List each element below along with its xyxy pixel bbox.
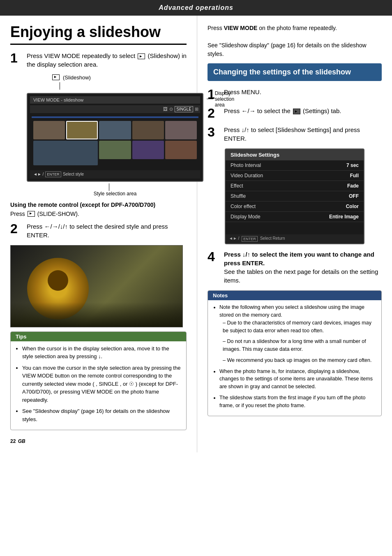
icon-circle: ⊙ [169,107,173,112]
remote-slideshow-icon [28,211,35,217]
settings-bottom-text: Select Return [260,236,285,242]
step-1: 1 Press VIEW MODE repeatedly to select (… [10,51,187,69]
remote-text-area: Press (SLIDE-SHOW). [10,211,187,217]
value-effect: Fade [347,183,359,189]
note-1c: We recommend you back up images on the m… [223,357,376,364]
display-selection-label: Display selection area [207,90,240,108]
note-2: When the photo frame is, for instance, d… [219,368,376,391]
thumb-3 [99,121,131,139]
remote-press-text: Press [10,211,25,217]
settings-row-photo-interval: Photo Interval 7 sec [226,160,364,171]
tips-content: When the cursor is in the display select… [11,341,186,430]
page-number: 22 GB [10,438,187,444]
settings-icon [293,109,300,114]
note-1a: Due to the characteristics of memory car… [223,319,376,335]
right-step-2-text: Press ←/→ to select the (Settings) tab. [224,107,382,115]
notes-box: Notes Note the following when you select… [208,290,382,416]
remote-heading: Using the remote control (except for DPF… [10,202,187,208]
icon-grid: ⊞ [195,107,198,112]
right-step-3-number: 3 [208,125,219,139]
view-mode-text: Press VIEW MODE on the photo frame repea… [208,24,382,58]
step-4-sub: See the tables on the next page for deta… [224,268,378,284]
notes-list: Note the following when you select a sli… [219,303,376,409]
settings-bottom-bar: ◄► / ENTER Select Return [226,234,364,243]
note-3: The slideshow starts from the first imag… [219,394,376,410]
thumb-5 [165,121,197,139]
single-label: SINGLE [175,106,193,112]
tips-list: When the cursor is in the display select… [22,345,181,424]
slideshow-icon [52,74,60,80]
screen-bottom-bar: ◄► / ENTER Select style [30,170,200,178]
notes-content: Note the following when you select a sli… [208,300,381,416]
view-mode-label: VIEW MODE [224,25,258,31]
thumb-2 [66,121,98,139]
note-1: Note the following when you select a sli… [219,303,376,364]
right-step-4-number: 4 [208,250,219,263]
step-2: 2 Press ←/→/↓/↑ to select the desired st… [10,222,187,239]
left-column: Enjoying a slideshow 1 Press VIEW MODE r… [0,16,197,452]
tip-2: You can move the cursor in the style sel… [22,364,181,404]
tip-3: See "Slideshow display" (page 16) for de… [22,407,181,423]
right-step-2: 2 Press ←/→ to select the (Settings) tab… [208,107,382,120]
thumb-8 [132,141,164,159]
style-selection-label: Style selection area [27,191,203,197]
value-display-mode: Entire Image [329,214,359,220]
right-step-4: 4 Press ↓/↑ to select the item you want … [208,250,382,285]
right-step-3: 3 Press ↓/↑ to select [Slideshow Setting… [208,125,382,143]
label-display-mode: Display Mode [231,214,261,220]
thumb-1 [33,121,65,139]
settings-nav-arrows: ◄► / [229,236,239,242]
screen-thumbnails [32,119,198,167]
right-step-4-text: Press ↓/↑ to select the item you want to… [224,250,382,285]
label-photo-interval: Photo Interval [231,162,261,168]
label-video-duration: Video Duration [231,173,263,178]
slideshow-icon-label-area: (Slideshow) [51,74,187,81]
settings-title: Slideshow Settings [226,149,364,160]
screen-top-text: VIEW MODE - slideshow [33,97,83,102]
tips-header: Tips [11,332,186,341]
thumb-4 [132,121,164,139]
step-2-text: Press ←/→/↓/↑ to select the desired styl… [27,222,187,239]
label-color-effect: Color effect [231,204,256,209]
value-video-duration: Full [350,173,359,178]
header-title: Advanced operations [159,4,233,11]
note-1b: Do not run a slideshow for a long time w… [223,338,376,353]
screen-top-bar: VIEW MODE - slideshow [30,96,200,104]
icon-photos: 🖼 [163,107,168,111]
settings-row-video-duration: Video Duration Full [226,171,364,181]
thumb-9 [165,141,197,159]
diagram-area: (Slideshow) VIEW MODE - slideshow 🖼 ⊙ SI… [27,74,187,197]
page-title: Enjoying a slideshow [10,24,187,45]
settings-row-effect: Effect Fade [226,181,364,191]
label-shuffle: Shuffle [231,193,246,199]
tips-box: Tips When the cursor is in the display s… [10,331,187,431]
photo-vignette [11,302,182,327]
right-column: Press VIEW MODE on the photo frame repea… [197,16,392,452]
value-color-effect: Color [346,204,359,209]
enter-button-label: ENTER [45,171,61,177]
slideshow-inline-icon [138,53,145,59]
right-step-1-text: Press MENU. [224,88,382,96]
thumb-7 [99,141,131,159]
header-bar: Advanced operations [0,0,392,16]
step-2-number: 2 [10,222,22,235]
bottom-arrows: ◄► / [33,172,44,176]
screen-mockup: VIEW MODE - slideshow 🖼 ⊙ SINGLE ⊞ [27,93,203,182]
value-photo-interval: 7 sec [346,162,359,168]
tip-1: When the cursor is in the display select… [22,345,181,361]
note-1-sublist: Due to the characteristics of memory car… [223,319,376,364]
enter-label: ENTER [242,236,258,242]
value-shuffle: OFF [349,193,359,199]
right-step-3-text: Press ↓/↑ to select [Slideshow Settings]… [224,125,382,143]
notes-header: Notes [208,291,381,300]
thumb-6 [33,141,98,165]
settings-row-shuffle: Shuffle OFF [226,191,364,202]
step-1-number: 1 [10,51,22,65]
right-step-2-number: 2 [208,107,219,120]
settings-screen: Slideshow Settings Photo Interval 7 sec … [225,148,364,244]
section-heading: Changing the settings of the slideshow [208,63,382,81]
settings-row-color-effect: Color effect Color [226,202,364,212]
label-effect: Effect [231,183,243,189]
screen-highlight-bar [32,116,198,118]
photo-area [10,245,183,327]
